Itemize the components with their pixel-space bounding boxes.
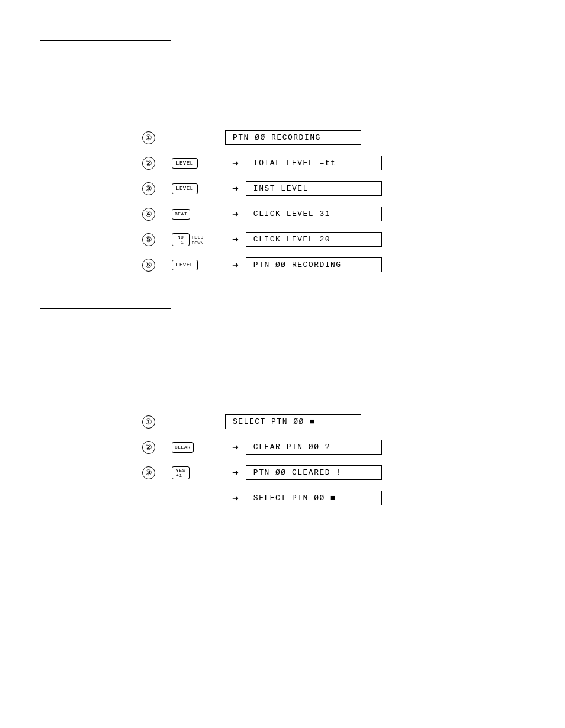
display-4: CLICK LEVEL 31 <box>246 207 382 221</box>
no-btn-wrap: NO-1 HOLDDOWN <box>172 233 203 246</box>
arrow-c4: ➜ <box>232 492 239 505</box>
btn-col-5: NO-1 HOLDDOWN <box>172 233 225 246</box>
display-3: INST LEVEL <box>246 181 382 196</box>
step-num-c1: ① <box>142 415 155 429</box>
step-label: ② <box>142 157 172 170</box>
step-num-4: ④ <box>142 208 155 221</box>
section-clear-ptn: ① SELECT PTN ØØ ■ ② CLEAR ➜ CLEAR PTN ØØ… <box>142 414 382 516</box>
clear-btn[interactable]: CLEAR <box>172 442 194 453</box>
step-label: ② <box>142 441 172 454</box>
arrow-6: ➜ <box>232 259 239 272</box>
hr-top <box>40 40 171 41</box>
level-btn-6[interactable]: LEVEL <box>172 260 198 270</box>
step-label: ⑤ <box>142 233 172 246</box>
step-row: ① SELECT PTN ØØ ■ <box>142 414 382 429</box>
step-row: ⑥ LEVEL ➜ PTN ØØ RECORDING <box>142 257 382 272</box>
display-1: PTN ØØ RECORDING <box>225 130 361 145</box>
step-label: ④ <box>142 208 172 221</box>
arrow-c2: ➜ <box>232 441 239 454</box>
hr-mid <box>40 308 171 309</box>
hold-down-label: HOLDDOWN <box>192 234 203 246</box>
arrow-5: ➜ <box>232 233 239 246</box>
arrow-c3: ➜ <box>232 466 239 479</box>
step-label: ⑥ <box>142 259 172 272</box>
btn-col-2: LEVEL <box>172 158 225 169</box>
step-num-6: ⑥ <box>142 259 155 272</box>
step-num-3: ③ <box>142 182 155 195</box>
step-row: ② LEVEL ➜ TOTAL LEVEL =tt <box>142 156 382 170</box>
step-label: ① <box>142 131 172 144</box>
display-c4: SELECT PTN ØØ ■ <box>246 491 382 505</box>
arrow-2: ➜ <box>232 157 239 170</box>
arrow-3: ➜ <box>232 182 239 195</box>
step-row: ⑤ NO-1 HOLDDOWN ➜ CLICK LEVEL 20 <box>142 232 382 247</box>
display-5: CLICK LEVEL 20 <box>246 232 382 247</box>
step-num-c2: ② <box>142 441 155 454</box>
display-c2: CLEAR PTN ØØ ? <box>246 440 382 455</box>
page: ① PTN ØØ RECORDING ② LEVEL ➜ TOTAL LEVEL… <box>0 0 565 728</box>
step-num-1: ① <box>142 131 155 144</box>
arrow-4: ➜ <box>232 208 239 221</box>
step-label: ③ <box>142 182 172 195</box>
step-num-5: ⑤ <box>142 233 155 246</box>
btn-col-c2: CLEAR <box>172 442 225 453</box>
btn-col-c3: YES+1 <box>172 466 225 479</box>
display-2: TOTAL LEVEL =tt <box>246 156 382 170</box>
display-6: PTN ØØ RECORDING <box>246 257 382 272</box>
step-row: ④ BEAT ➜ CLICK LEVEL 31 <box>142 207 382 221</box>
section-click-level: ① PTN ØØ RECORDING ② LEVEL ➜ TOTAL LEVEL… <box>142 130 382 283</box>
step-label: ③ <box>142 466 172 479</box>
no-minus1-btn[interactable]: NO-1 <box>172 233 190 246</box>
step-row: ➜ SELECT PTN ØØ ■ <box>142 491 382 505</box>
step-num-2: ② <box>142 157 155 170</box>
step-row: ③ LEVEL ➜ INST LEVEL <box>142 181 382 196</box>
btn-col-4: BEAT <box>172 209 225 220</box>
step-row: ③ YES+1 ➜ PTN ØØ CLEARED ! <box>142 465 382 480</box>
level-btn-2[interactable]: LEVEL <box>172 158 198 169</box>
step-row: ① PTN ØØ RECORDING <box>142 130 382 145</box>
step-label: ① <box>142 415 172 429</box>
btn-col-3: LEVEL <box>172 183 225 194</box>
btn-col-6: LEVEL <box>172 260 225 270</box>
level-btn-3[interactable]: LEVEL <box>172 183 198 194</box>
display-c1: SELECT PTN ØØ ■ <box>225 414 361 429</box>
yes-plus1-btn[interactable]: YES+1 <box>172 466 190 479</box>
display-c3: PTN ØØ CLEARED ! <box>246 465 382 480</box>
step-row: ② CLEAR ➜ CLEAR PTN ØØ ? <box>142 440 382 455</box>
step-num-c3: ③ <box>142 466 155 479</box>
beat-btn[interactable]: BEAT <box>172 209 190 220</box>
